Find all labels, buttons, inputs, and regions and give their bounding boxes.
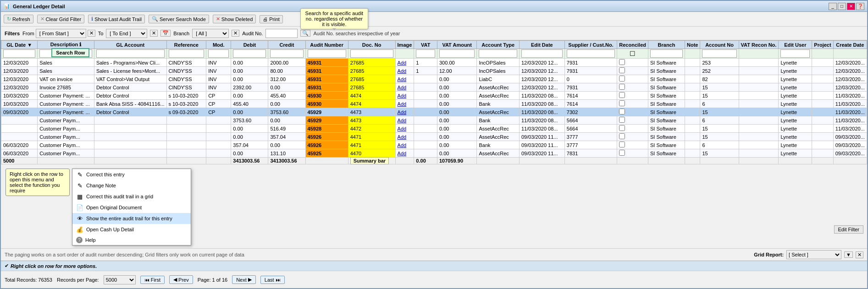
image-add-link[interactable]: Add (398, 85, 407, 90)
col-branch[interactable]: Branch (648, 41, 685, 49)
col-edit-date[interactable]: Edit Date (519, 41, 564, 49)
table-row[interactable]: 06/03/2020Customer Paym...0.00131.104592… (1, 149, 867, 158)
image-add-link[interactable]: Add (398, 93, 407, 98)
reconciled-checkbox[interactable] (619, 133, 625, 139)
refresh-button[interactable]: ↻ Refresh (4, 15, 33, 23)
clear-grid-button[interactable]: ✕ Clear Grid Filter (37, 15, 85, 23)
edit-filter-button[interactable]: Edit Filter (834, 225, 863, 234)
reconciled-checkbox[interactable] (619, 92, 625, 98)
grid-report-select[interactable]: [ Select ] (786, 250, 841, 259)
search-edit-user[interactable] (780, 49, 810, 58)
from-clear-button[interactable]: ✕ (88, 30, 95, 37)
reconciled-checkbox[interactable] (619, 142, 625, 147)
context-correct-audit-grid[interactable]: ▦ Correct this audit trail in a grid (72, 191, 191, 202)
table-row[interactable]: 10/03/2020Customer Payment: ...Bank Absa… (1, 100, 867, 108)
reconciled-checkbox[interactable] (619, 59, 625, 65)
close-button[interactable]: ✕ (847, 3, 855, 10)
search-doc-no[interactable] (350, 49, 393, 58)
table-row[interactable]: 09/03/2020Customer Payment: ...Debtor Co… (1, 108, 867, 116)
image-add-link[interactable]: Add (398, 109, 407, 115)
context-open-original[interactable]: 📄 Open Original Document (72, 202, 191, 213)
col-credit[interactable]: Credit (268, 41, 305, 49)
server-search-button[interactable]: 🔍 Server Search Mode (149, 15, 209, 23)
context-correct-entry[interactable]: ✎ Correct this entry (72, 169, 191, 180)
reconciled-checkbox[interactable]: ☐ (630, 50, 636, 57)
context-open-cashup[interactable]: 💰 Open Cash Up Detail (72, 224, 191, 235)
restore-button[interactable]: □ (838, 3, 846, 10)
search-audit[interactable] (308, 49, 346, 58)
image-add-link[interactable]: Add (398, 151, 407, 156)
col-doc-no[interactable]: Doc. No (348, 41, 395, 49)
image-add-link[interactable]: Add (398, 76, 407, 82)
table-row[interactable]: 12/03/2020Invoice 27685Debtor ControlCIN… (1, 83, 867, 92)
table-row[interactable]: 12/03/2020SalesSales - License fees>Mont… (1, 67, 867, 75)
grid-report-dropdown[interactable]: ▼ (844, 251, 853, 258)
search-edit-date[interactable] (521, 49, 563, 58)
image-add-link[interactable]: Add (398, 101, 407, 107)
col-project[interactable]: Project (812, 41, 833, 49)
search-vat-amount[interactable] (439, 49, 475, 58)
col-edit-user[interactable]: Edit User (779, 41, 812, 49)
reconciled-checkbox[interactable] (619, 109, 625, 115)
col-mod[interactable]: Mod. (206, 41, 231, 49)
table-row[interactable]: Customer Paym...0.00516.49459284472Add0.… (1, 125, 867, 133)
search-reference[interactable] (169, 49, 205, 58)
table-row[interactable]: 10/03/2020Customer Payment: ...Debtor Co… (1, 92, 867, 100)
table-row[interactable]: 12/03/2020SalesSales - Programs>New Cli.… (1, 59, 867, 67)
show-last-audit-button[interactable]: ℹ Show Last Audit Trail (88, 15, 145, 23)
image-add-link[interactable]: Add (398, 134, 407, 140)
context-change-note[interactable]: ✎ Change Note (72, 180, 191, 191)
reconciled-checkbox[interactable] (619, 117, 625, 123)
help-button[interactable]: ❓ (856, 3, 864, 10)
col-debit[interactable]: Debit (231, 41, 268, 49)
col-note[interactable]: Note (685, 41, 700, 49)
search-mod[interactable] (208, 49, 229, 58)
reconciled-checkbox[interactable] (619, 84, 625, 90)
search-branch[interactable] (650, 49, 683, 58)
to-clear-button[interactable]: ✕ (150, 30, 158, 37)
search-debit[interactable] (233, 49, 266, 58)
col-description[interactable]: Description ℹ (38, 41, 94, 49)
context-help[interactable]: ? Help (72, 235, 191, 245)
col-reference[interactable]: Reference (166, 41, 206, 49)
next-button[interactable]: Next ▶ (232, 275, 256, 284)
reconciled-checkbox[interactable] (619, 100, 625, 106)
search-supplier[interactable] (567, 49, 615, 58)
branch-select[interactable]: [ All ] (192, 29, 229, 38)
reconciled-checkbox[interactable] (619, 125, 625, 131)
first-button[interactable]: ⏮ First (140, 276, 165, 284)
col-gl-account[interactable]: GL Account (94, 41, 166, 49)
col-image[interactable]: Image (395, 41, 414, 49)
image-add-link[interactable]: Add (398, 118, 407, 123)
context-show-audit-trail[interactable]: 👁 Show the entire audit trail for this e… (72, 213, 191, 224)
search-gl-date[interactable] (3, 49, 35, 58)
records-per-page-select[interactable]: 5000 (104, 275, 136, 284)
col-account-no[interactable]: Account No (700, 41, 739, 49)
col-supplier[interactable]: Supplier / Cust.No. (564, 41, 617, 49)
search-acc-no[interactable] (702, 49, 736, 58)
col-gl-date[interactable]: GL Date ▼ (1, 41, 38, 49)
col-reconciled[interactable]: Reconciled (617, 41, 648, 49)
from-select[interactable]: [ From Start ] (36, 29, 86, 38)
col-account-type[interactable]: Account Type (477, 41, 520, 49)
reconciled-checkbox[interactable] (619, 67, 625, 73)
col-vat-amount[interactable]: VAT Amount (437, 41, 477, 49)
show-deleted-button[interactable]: ✕ Show Deleted (213, 15, 256, 23)
reconciled-checkbox[interactable] (619, 76, 625, 82)
search-vat[interactable] (416, 49, 435, 58)
col-audit-number[interactable]: Audit Number (305, 41, 348, 49)
col-vat-recon[interactable]: VAT Recon No. (739, 41, 779, 49)
col-create-date[interactable]: Create Date (833, 41, 867, 49)
search-credit[interactable] (270, 49, 303, 58)
image-add-link[interactable]: Add (398, 68, 407, 74)
table-row[interactable]: 06/03/2020Customer Paym...357.040.004592… (1, 141, 867, 149)
print-button[interactable]: 🖨 Print (260, 15, 283, 23)
last-button[interactable]: Last ⏭ (260, 276, 285, 284)
branch-clear-button[interactable]: ✕ (232, 30, 239, 37)
minimize-button[interactable]: _ (829, 3, 837, 10)
image-add-link[interactable]: Add (398, 142, 407, 148)
image-add-link[interactable]: Add (398, 60, 407, 65)
to-select[interactable]: [ To End ] (106, 29, 147, 38)
audit-search-button[interactable]: 🔍 (300, 30, 310, 37)
calendar-button[interactable]: 📅 (160, 30, 171, 37)
